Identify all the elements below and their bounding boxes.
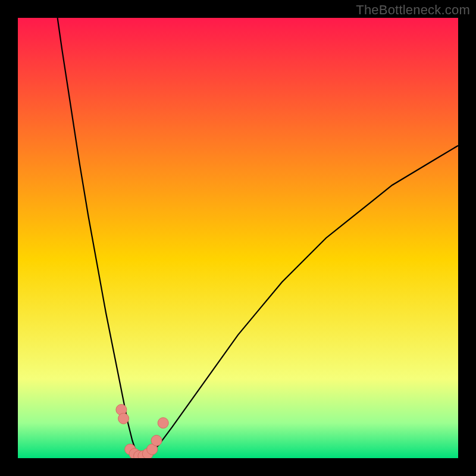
data-marker — [118, 413, 129, 424]
data-marker — [151, 435, 162, 446]
chart-frame: TheBottleneck.com — [0, 0, 476, 476]
gradient-background — [18, 18, 458, 458]
watermark-text: TheBottleneck.com — [356, 2, 470, 18]
data-marker — [158, 418, 168, 428]
plot-area — [18, 18, 458, 458]
chart-svg — [18, 18, 458, 458]
